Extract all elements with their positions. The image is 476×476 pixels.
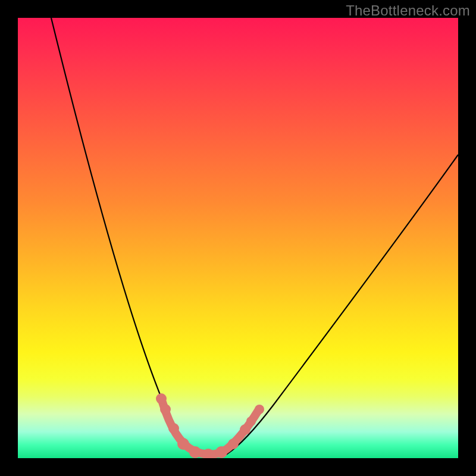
outer-frame: TheBottleneck.com: [0, 0, 476, 476]
marker-dot: [168, 423, 179, 434]
curve-left-arm: [51, 18, 194, 455]
marker-dot: [177, 438, 189, 450]
watermark-text: TheBottleneck.com: [346, 2, 470, 19]
chart-svg: [18, 18, 458, 458]
marker-dot: [240, 424, 250, 435]
plot-area: [18, 18, 458, 458]
marker-dot: [246, 416, 256, 426]
marker-dots: [156, 393, 264, 458]
marker-dot: [160, 404, 171, 415]
marker-dot: [189, 446, 201, 458]
marker-dot: [156, 393, 167, 404]
marker-dot: [255, 405, 264, 414]
marker-dot: [228, 439, 239, 449]
marker-dot: [215, 446, 227, 458]
